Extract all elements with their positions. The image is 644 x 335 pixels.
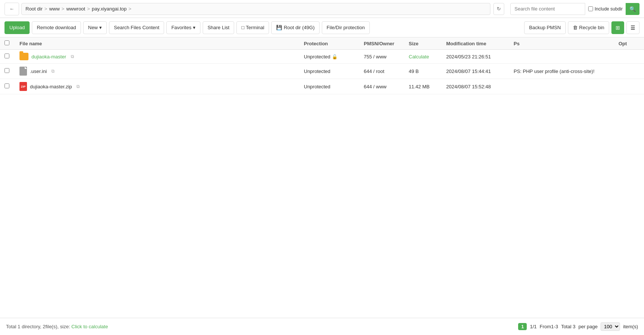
view-list-icon: ☰ bbox=[631, 25, 635, 31]
backup-pmsn-label: Backup PMSN bbox=[529, 25, 561, 30]
recycle-bin-label: Recycle bin bbox=[579, 25, 604, 30]
row-checkbox[interactable] bbox=[4, 54, 9, 58]
protection-value: Unprotected bbox=[304, 54, 330, 60]
remote-download-button[interactable]: Remote download bbox=[32, 21, 81, 34]
modification-time-cell: 2024/05/23 21:26:51 bbox=[442, 50, 509, 64]
select-all-checkbox[interactable] bbox=[4, 40, 9, 45]
col-size: Size bbox=[404, 37, 442, 50]
recycle-icon: 🗑 bbox=[573, 25, 578, 30]
toolbar-right: Backup PMSN 🗑 Recycle bin ⊞ ☰ bbox=[524, 21, 640, 34]
size-cell: Calculate bbox=[404, 50, 442, 64]
back-button[interactable]: ← bbox=[4, 3, 19, 15]
copy-icon[interactable]: ⧉ bbox=[76, 84, 80, 89]
breadcrumb-www[interactable]: www bbox=[49, 6, 60, 12]
row-checkbox[interactable] bbox=[4, 83, 9, 88]
table-row: .user.ini⧉Unprotected644 / root49 B2024/… bbox=[0, 64, 644, 79]
favorites-arrow-icon: ▾ bbox=[193, 25, 196, 30]
file-name[interactable]: dujiaoka-master.zip bbox=[30, 84, 72, 89]
opt-cell bbox=[614, 50, 644, 64]
protection-value: Unprotected bbox=[304, 84, 330, 89]
share-list-label: Share List bbox=[208, 25, 230, 30]
file-dir-protection-button[interactable]: File/Dir protection bbox=[322, 21, 370, 34]
row-checkbox-cell bbox=[0, 64, 15, 79]
search-input[interactable] bbox=[510, 3, 585, 15]
backup-pmsn-button[interactable]: Backup PMSN bbox=[524, 21, 566, 34]
lock-icon: 🔓 bbox=[332, 54, 338, 60]
search-files-label: Search Files Content bbox=[114, 25, 159, 30]
row-checkbox[interactable] bbox=[4, 68, 9, 73]
col-opt: Opt bbox=[614, 37, 644, 50]
col-modification-time: Modification time bbox=[442, 37, 509, 50]
view-grid-button[interactable]: ⊞ bbox=[611, 21, 624, 34]
root-dir-button[interactable]: 💾 Root dir (49G) bbox=[271, 21, 319, 34]
opt-cell bbox=[614, 79, 644, 94]
row-checkbox-cell bbox=[0, 79, 15, 94]
file-name-cell: .user.ini⧉ bbox=[15, 64, 299, 79]
favorites-label: Favorites bbox=[171, 25, 191, 30]
include-subdir-text: Include subdir bbox=[595, 6, 623, 12]
refresh-button[interactable]: ↻ bbox=[493, 3, 504, 15]
breadcrumb-sep-3: > bbox=[129, 6, 131, 12]
include-subdir-checkbox[interactable] bbox=[588, 6, 593, 11]
select-all-header bbox=[0, 37, 15, 50]
table-header: File name Protection PMSN/Owner Size Mod… bbox=[0, 37, 644, 50]
upload-button[interactable]: Upload bbox=[4, 21, 30, 34]
favorites-button[interactable]: Favorites ▾ bbox=[166, 21, 200, 34]
modification-time-cell: 2024/08/07 15:52:48 bbox=[442, 79, 509, 94]
folder-icon bbox=[19, 53, 28, 60]
upload-label: Upload bbox=[9, 25, 25, 30]
breadcrumb-domain[interactable]: pay.xiyangai.top bbox=[92, 6, 127, 12]
share-list-button[interactable]: Share List bbox=[203, 21, 235, 34]
new-label: New bbox=[88, 25, 98, 30]
col-protection: Protection bbox=[299, 37, 359, 50]
file-name[interactable]: .user.ini bbox=[30, 68, 47, 74]
modification-time-cell: 2024/08/07 15:44:41 bbox=[442, 64, 509, 79]
new-button[interactable]: New ▾ bbox=[83, 21, 107, 34]
size-cell: 11.42 MB bbox=[404, 79, 442, 94]
file-name-cell: ZIPdujiaoka-master.zip⧉ bbox=[15, 79, 299, 94]
table-row: ZIPdujiaoka-master.zip⧉Unprotected644 / … bbox=[0, 79, 644, 94]
include-subdir-label[interactable]: Include subdir bbox=[588, 6, 623, 12]
col-pmsn-owner: PMSN/Owner bbox=[359, 37, 404, 50]
breadcrumb-wwwroot[interactable]: wwwroot bbox=[66, 6, 85, 12]
terminal-icon: □ bbox=[241, 25, 244, 30]
file-table: File name Protection PMSN/Owner Size Mod… bbox=[0, 37, 644, 94]
calculate-link[interactable]: Calculate bbox=[409, 54, 429, 60]
col-file-name: File name bbox=[15, 37, 299, 50]
file-name[interactable]: dujiaoka-master bbox=[31, 54, 66, 60]
opt-cell bbox=[614, 64, 644, 79]
view-grid-icon: ⊞ bbox=[616, 25, 620, 31]
size-cell: 49 B bbox=[404, 64, 442, 79]
pmsn-owner-cell: 755 / www bbox=[359, 50, 404, 64]
breadcrumb-root[interactable]: Root dir bbox=[25, 6, 43, 12]
copy-icon[interactable]: ⧉ bbox=[71, 54, 74, 59]
toolbar: Upload Remote download New ▾ Search File… bbox=[0, 18, 644, 37]
terminal-button[interactable]: □ Terminal bbox=[236, 21, 269, 34]
copy-icon[interactable]: ⧉ bbox=[51, 68, 55, 74]
recycle-bin-button[interactable]: 🗑 Recycle bin bbox=[568, 21, 609, 34]
file-table-container: File name Protection PMSN/Owner Size Mod… bbox=[0, 37, 644, 94]
breadcrumb-sep-2: > bbox=[87, 6, 90, 12]
row-checkbox-cell bbox=[0, 50, 15, 64]
pmsn-owner-cell: 644 / root bbox=[359, 64, 404, 79]
search-button[interactable]: 🔍 bbox=[626, 3, 640, 15]
view-list-button[interactable]: ☰ bbox=[626, 21, 640, 34]
zip-icon: ZIP bbox=[19, 82, 27, 91]
col-ps: Ps bbox=[509, 37, 614, 50]
protection-cell: Unprotected bbox=[299, 64, 359, 79]
file-table-body: dujiaoka-master⧉Unprotected🔓755 / wwwCal… bbox=[0, 50, 644, 94]
terminal-label: Terminal bbox=[246, 25, 264, 30]
ps-cell bbox=[509, 50, 614, 64]
pmsn-owner-cell: 644 / www bbox=[359, 79, 404, 94]
protection-value: Unprotected bbox=[304, 68, 330, 74]
ps-cell: PS: PHP user profile (anti-cross-site)! bbox=[509, 64, 614, 79]
root-dir-label: Root dir (49G) bbox=[284, 25, 314, 30]
breadcrumb-sep-1: > bbox=[61, 6, 64, 12]
breadcrumb: Root dir > www > wwwroot > pay.xiyangai.… bbox=[21, 3, 490, 15]
file-name-cell: dujiaoka-master⧉ bbox=[15, 50, 299, 64]
ps-cell bbox=[509, 79, 614, 94]
search-files-button[interactable]: Search Files Content bbox=[109, 21, 164, 34]
file-dir-protection-label: File/Dir protection bbox=[327, 25, 365, 30]
table-row: dujiaoka-master⧉Unprotected🔓755 / wwwCal… bbox=[0, 50, 644, 64]
root-dir-icon: 💾 bbox=[276, 25, 282, 30]
